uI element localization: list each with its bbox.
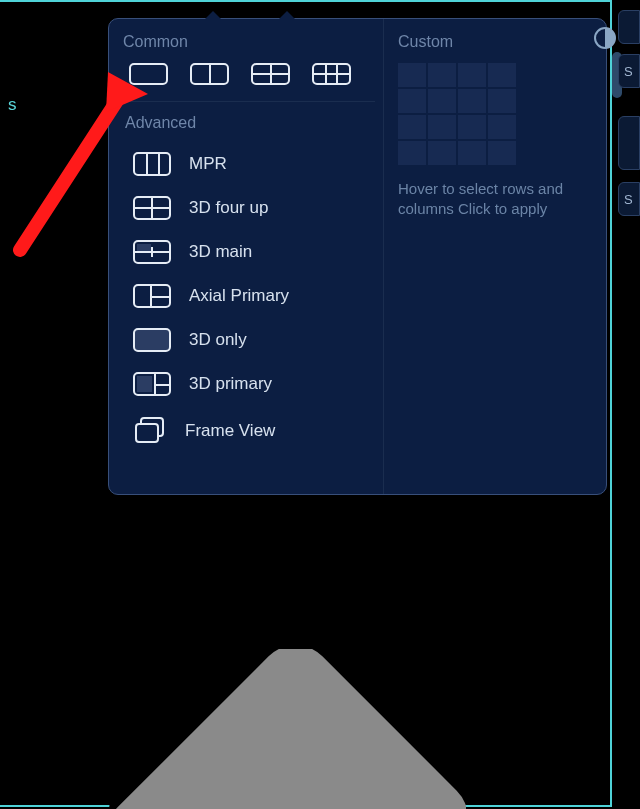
ct-slice-image bbox=[108, 649, 466, 809]
layout-2x3-icon[interactable] bbox=[312, 63, 351, 85]
adv-item-3d-only[interactable]: 3D only bbox=[123, 318, 375, 362]
popover-left-column: Common Advanced MPR 3D four up 3D main bbox=[109, 19, 383, 494]
adv-item-mpr[interactable]: MPR bbox=[123, 142, 375, 186]
advanced-title: Advanced bbox=[125, 114, 375, 132]
truncated-text-left: s bbox=[8, 95, 17, 115]
axial-primary-icon bbox=[133, 284, 171, 308]
adv-label: MPR bbox=[189, 154, 227, 174]
contrast-icon[interactable] bbox=[593, 26, 617, 50]
four-up-icon bbox=[133, 196, 171, 220]
three-d-primary-icon bbox=[133, 372, 171, 396]
custom-grid[interactable] bbox=[398, 63, 592, 165]
popover-right-column: Custom Hover to select rows and columns … bbox=[383, 19, 606, 494]
adv-label: 3D four up bbox=[189, 198, 268, 218]
adv-label: Axial Primary bbox=[189, 286, 289, 306]
three-d-main-icon bbox=[133, 240, 171, 264]
layout-2x2-icon[interactable] bbox=[251, 63, 290, 85]
frame-view-icon bbox=[133, 416, 167, 446]
right-chip-3[interactable]: S bbox=[618, 182, 640, 216]
layout-1x2-icon[interactable] bbox=[190, 63, 229, 85]
adv-item-axial-primary[interactable]: Axial Primary bbox=[123, 274, 375, 318]
advanced-list: MPR 3D four up 3D main Axial Primary 3D … bbox=[123, 142, 375, 456]
three-d-only-icon bbox=[133, 328, 171, 352]
adv-label: Frame View bbox=[185, 421, 275, 441]
common-title: Common bbox=[123, 33, 375, 51]
right-chip-2[interactable] bbox=[618, 116, 640, 170]
custom-help-text: Hover to select rows and columns Click t… bbox=[398, 179, 592, 220]
adv-label: 3D main bbox=[189, 242, 252, 262]
right-chip-0[interactable] bbox=[618, 10, 640, 44]
adv-item-3d-four-up[interactable]: 3D four up bbox=[123, 186, 375, 230]
right-toolbar: S S bbox=[616, 0, 640, 250]
layout-1x1-icon[interactable] bbox=[129, 63, 168, 85]
adv-item-frame-view[interactable]: Frame View bbox=[123, 406, 375, 456]
svg-rect-2 bbox=[136, 424, 158, 442]
custom-title: Custom bbox=[398, 33, 592, 51]
adv-label: 3D only bbox=[189, 330, 247, 350]
layout-popover: Common Advanced MPR 3D four up 3D main bbox=[108, 18, 607, 495]
mpr-icon bbox=[133, 152, 171, 176]
adv-label: 3D primary bbox=[189, 374, 272, 394]
right-chip-1[interactable]: S bbox=[618, 54, 640, 88]
adv-item-3d-primary[interactable]: 3D primary bbox=[123, 362, 375, 406]
adv-item-3d-main[interactable]: 3D main bbox=[123, 230, 375, 274]
divider bbox=[123, 101, 375, 102]
common-tiles-row bbox=[123, 63, 375, 85]
